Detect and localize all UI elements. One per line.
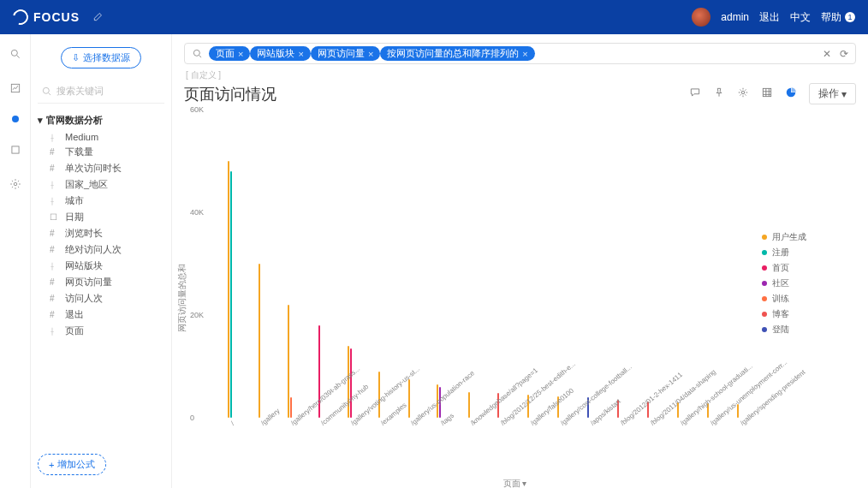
clear-icon[interactable]: ✕ — [823, 48, 831, 60]
query-bar[interactable]: 页面×网站版块×网页访问量×按网页访问量的总和降序排列的× ✕ ⟳ — [184, 43, 856, 64]
edit-icon[interactable] — [92, 10, 104, 25]
bar-group — [216, 110, 244, 418]
field-type-icon: ⟊ — [50, 180, 60, 189]
bar[interactable] — [290, 397, 292, 418]
legend-item[interactable]: 注册 — [762, 245, 856, 260]
nav-chart-icon[interactable] — [9, 81, 22, 95]
nav-settings-icon[interactable] — [9, 177, 22, 191]
x-tick: / — [214, 418, 244, 486]
logout-link[interactable]: 退出 — [759, 10, 780, 25]
app-header: FOCUS admin 退出 中文 帮助 1 — [0, 0, 868, 34]
sidebar-field[interactable]: #退出 — [38, 306, 164, 323]
bar[interactable] — [228, 161, 229, 418]
x-tick: /gallery/cost-college-football... — [544, 418, 574, 486]
svg-point-0 — [11, 50, 17, 56]
chevron-down-icon: ▾ — [841, 88, 847, 100]
username[interactable]: admin — [721, 11, 749, 23]
page-title: 页面访问情况 — [184, 84, 276, 104]
bar-group — [574, 110, 603, 418]
field-type-icon: ⟊ — [50, 133, 60, 142]
legend-dot — [762, 265, 767, 271]
sidebar-field[interactable]: ⟊国家_地区 — [38, 176, 164, 193]
legend-item[interactable]: 用户生成 — [762, 229, 856, 245]
avatar[interactable] — [692, 8, 710, 27]
sidebar-field[interactable]: ⟊页面 — [38, 323, 164, 339]
sidebar-search[interactable]: 搜索关键词 — [38, 80, 164, 104]
legend-dot — [762, 296, 767, 301]
legend-item[interactable]: 博客 — [762, 306, 856, 322]
x-tick: /community/my-hub — [304, 418, 334, 486]
legend-item[interactable]: 首页 — [762, 260, 856, 276]
x-tick: /blog/2011/04/data-shaping — [633, 418, 663, 486]
close-icon[interactable]: × — [298, 49, 303, 59]
plus-icon: + — [49, 460, 54, 470]
y-tick: 40K — [190, 208, 204, 217]
x-tick: /tags — [424, 418, 454, 486]
bar[interactable] — [259, 264, 260, 418]
legend-item[interactable]: 社区 — [762, 276, 856, 291]
bar[interactable] — [468, 392, 470, 418]
brand-text: FOCUS — [33, 10, 80, 24]
bar-group — [306, 110, 334, 418]
close-icon[interactable]: × — [238, 49, 243, 59]
bar-group — [246, 110, 274, 418]
pie-chart-icon[interactable] — [785, 86, 797, 101]
query-tag[interactable]: 网站版块× — [250, 46, 310, 61]
legend-dot — [762, 312, 767, 317]
field-type-icon: # — [50, 277, 60, 287]
nav-active-dot[interactable] — [12, 116, 19, 122]
bar[interactable] — [288, 305, 289, 418]
field-type-icon: ⟊ — [50, 261, 60, 271]
help-link[interactable]: 帮助 1 — [821, 10, 855, 25]
query-tag[interactable]: 页面× — [209, 46, 250, 61]
query-tag[interactable]: 网页访问量× — [311, 46, 380, 61]
close-icon[interactable]: × — [522, 49, 527, 59]
sidebar-field[interactable]: #单次访问时长 — [38, 160, 164, 176]
y-axis-label: 网页访问量的总和 — [176, 264, 188, 332]
legend-item[interactable]: 训练 — [762, 291, 856, 306]
nav-search-icon[interactable] — [9, 47, 22, 61]
sidebar-field[interactable]: ⟊Medium — [38, 130, 164, 144]
nav-layers-icon[interactable] — [9, 143, 22, 157]
field-type-icon: # — [50, 245, 60, 254]
bar[interactable] — [408, 379, 410, 418]
svg-point-6 — [741, 91, 745, 94]
bar-group — [276, 110, 304, 418]
sidebar-field[interactable]: #绝对访问人次 — [38, 241, 164, 258]
sidebar-field[interactable]: ☐日期 — [38, 209, 164, 225]
x-tick: /apps/kistart — [574, 418, 603, 486]
pin-icon[interactable] — [713, 86, 725, 101]
sidebar-field[interactable]: ⟊城市 — [38, 193, 164, 209]
query-tag[interactable]: 按网页访问量的总和降序排列的× — [380, 46, 534, 61]
svg-rect-7 — [763, 88, 770, 96]
sidebar-field[interactable]: ⟊网站版块 — [38, 258, 164, 274]
x-axis-label: 页面 ▾ — [503, 478, 527, 488]
brand-logo[interactable]: FOCUS — [13, 9, 80, 25]
sidebar-field[interactable]: #访问人次 — [38, 290, 164, 306]
tree-head[interactable]: ▾ 官网数据分析 — [38, 110, 164, 130]
bar[interactable] — [350, 348, 352, 418]
sidebar: ⇩ 选择数据源 搜索关键词 ▾ 官网数据分析 ⟊Medium#下载量#单次访问时… — [31, 34, 172, 488]
bar[interactable] — [230, 171, 232, 418]
comment-icon[interactable] — [689, 86, 701, 101]
lang-link[interactable]: 中文 — [790, 10, 811, 25]
add-formula-button[interactable]: + 增加公式 — [38, 454, 106, 475]
sidebar-field[interactable]: #浏览时长 — [38, 225, 164, 241]
x-tick: /gallery/voting-history-us-st... — [334, 418, 364, 486]
table-icon[interactable] — [761, 86, 773, 101]
legend-item[interactable]: 登陆 — [762, 322, 856, 337]
operations-button[interactable]: 操作 ▾ — [809, 83, 856, 104]
field-type-icon: # — [50, 147, 60, 157]
sidebar-field[interactable]: #下载量 — [38, 144, 164, 160]
sidebar-field[interactable]: #网页访问量 — [38, 274, 164, 290]
svg-point-5 — [193, 50, 199, 56]
refresh-icon[interactable]: ⟳ — [840, 48, 848, 60]
chart-legend: 用户生成注册首页社区训练博客登陆 — [762, 229, 856, 337]
select-datasource-button[interactable]: ⇩ 选择数据源 — [61, 47, 141, 68]
bar-group — [633, 110, 662, 418]
chevron-down-icon: ▾ — [522, 479, 526, 488]
legend-dot — [762, 281, 767, 286]
gear-icon[interactable] — [737, 86, 749, 101]
close-icon[interactable]: × — [368, 49, 373, 59]
field-type-icon: # — [50, 164, 60, 173]
